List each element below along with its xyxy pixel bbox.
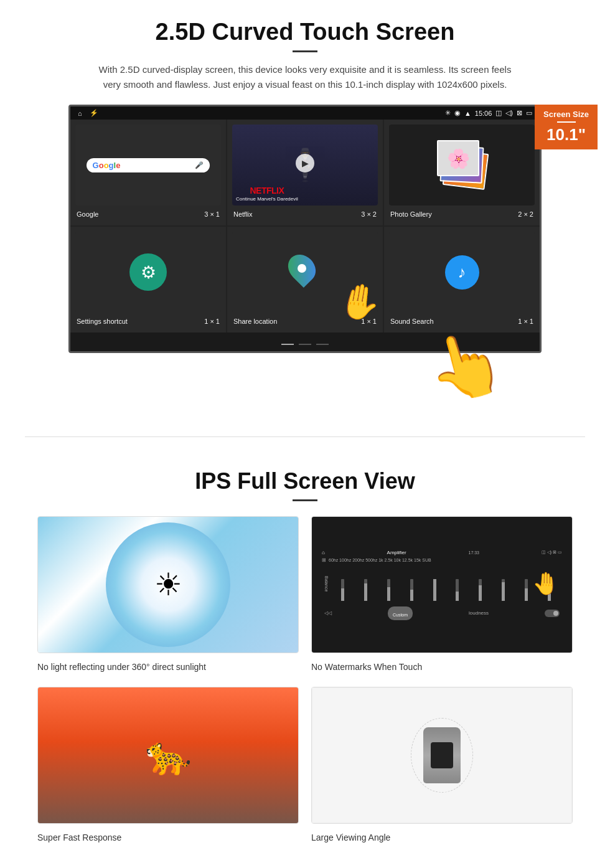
amp-bar9-track (525, 579, 528, 601)
app-cell-google[interactable]: Google 🎤 Google 3 × 1 (70, 120, 226, 225)
amp-bar8-track (502, 579, 505, 601)
google-logo: Google (93, 161, 121, 170)
status-left: ⌂ ⚡ (78, 109, 98, 117)
amp-bar5-fill (433, 579, 436, 601)
amp-bar3 (378, 579, 400, 601)
amp-hand-icon: 🤚 (532, 571, 560, 597)
page: 2.5D Curved Touch Screen With 2.5D curve… (0, 0, 610, 864)
amp-bar4-track (410, 579, 413, 601)
gmaps-pin (283, 249, 321, 288)
feature-img-angle (311, 687, 573, 824)
amp-icons: ◫ ◁) ⊠ ▭ (542, 550, 562, 555)
gallery-app-name: Photo Gallery (390, 210, 432, 218)
page-dots (70, 333, 540, 351)
badge-divider (557, 121, 576, 123)
section2-divider (293, 499, 317, 501)
google-label-row: Google 3 × 1 (75, 208, 221, 220)
sound-cell-content: ♪ (389, 232, 535, 313)
usb-icon: ⚡ (90, 109, 98, 117)
gmaps-dot (298, 264, 306, 273)
amp-balance-label: Balance (324, 576, 329, 592)
time-display: 15:06 (475, 110, 492, 117)
screen-size-badge: Screen Size 10.1" (535, 105, 598, 149)
car-body (423, 727, 461, 783)
status-right: ✳ ◉ ▲ 15:06 ◫ ◁) ⊠ ▭ (445, 109, 532, 117)
section2: IPS Full Screen View ☀ No light reflecti… (0, 456, 610, 864)
netflix-info: NETFLIX Continue Marvel's Daredevil (236, 186, 298, 202)
settings-label-row: Settings shortcut 1 × 1 (75, 315, 221, 328)
settings-icon-wrap: ⚙ (129, 253, 167, 291)
sound-icon-wrap: ♪ (445, 255, 479, 290)
section1-title: 2.5D Curved Touch Screen (37, 19, 573, 45)
feature-sunlight: ☀ No light reflecting under 360° direct … (37, 516, 299, 674)
section-divider (25, 436, 585, 437)
app-cell-netflix[interactable]: 🕴 ▶ NETFLIX Continue Marvel's Daredevil … (227, 120, 383, 225)
feature-label-speed: Super Fast Response (37, 830, 299, 845)
home-icon[interactable]: ⌂ (78, 110, 82, 117)
app-cell-sound[interactable]: ♪ Sound Search 1 × 1 (384, 227, 540, 333)
amp-title-text: Amplifier (387, 550, 406, 555)
google-mic-icon[interactable]: 🎤 (195, 161, 204, 169)
app-grid: Google 🎤 Google 3 × 1 (70, 120, 540, 333)
feature-img-speed: 🐆 (37, 687, 299, 824)
amp-home: ⌂ (322, 550, 325, 555)
netflix-play-button[interactable]: ▶ (296, 154, 314, 172)
feature-angle: Large Viewing Angle (311, 687, 573, 845)
bluetooth-icon: ✳ (445, 109, 451, 117)
amp-eq-bars: Balance (322, 565, 562, 603)
amp-bar7-track (479, 579, 482, 601)
feature-label-angle: Large Viewing Angle (311, 830, 573, 845)
sound-label-row: Sound Search 1 × 1 (389, 315, 535, 328)
location-icon: ◉ (454, 109, 461, 117)
app-cell-settings[interactable]: ⚙ Settings shortcut 1 × 1 (70, 227, 226, 333)
car-visual (312, 687, 572, 823)
dot1 (281, 344, 294, 345)
amp-toggle[interactable] (545, 610, 560, 617)
amp-controls: ⊞ 60hz 100hz 200hz 500hz 1k 2.5k 10k 12.… (322, 557, 562, 563)
gear-icon: ⚙ (141, 262, 156, 283)
section1-description: With 2.5D curved-display screen, this de… (93, 62, 517, 92)
amp-bar6-track (456, 579, 459, 601)
device-screen: ⌂ ⚡ ✳ ◉ ▲ 15:06 ◫ ◁) ⊠ ▭ (68, 105, 542, 353)
app-cell-gallery[interactable]: 🌸 Photo Gallery 2 × 2 (384, 120, 540, 225)
share-cell-content: 🤚 (232, 232, 378, 313)
amp-bar8-fill (502, 582, 505, 601)
google-app-name: Google (77, 210, 98, 218)
wifi-icon: ▲ (464, 110, 471, 117)
settings-app-grid: 1 × 1 (204, 318, 220, 325)
gallery-stack: 🌸 (437, 140, 487, 190)
amp-loudness-label: loudness (469, 610, 489, 616)
status-bar: ⌂ ⚡ ✳ ◉ ▲ 15:06 ◫ ◁) ⊠ ▭ (70, 106, 540, 120)
amp-bar1-fill (341, 588, 344, 601)
amp-bars-container (332, 567, 560, 601)
google-app-grid: 3 × 1 (204, 210, 220, 218)
netflix-logo: NETFLIX (236, 186, 298, 196)
settings-cell-content: ⚙ (75, 232, 221, 313)
gallery-app-grid: 2 × 2 (518, 210, 533, 218)
amp-bar3-fill (387, 587, 390, 601)
google-cell-content: Google 🎤 (75, 125, 221, 205)
features-grid: ☀ No light reflecting under 360° direct … (37, 516, 573, 845)
amp-custom-btn[interactable]: Custom (388, 606, 413, 620)
amp-bar6-fill (456, 592, 459, 601)
amp-bar3-track (387, 579, 390, 601)
window-icon: ▭ (526, 109, 532, 117)
amp-bar7 (470, 579, 491, 601)
amp-footer-bar: ◁◁ Custom loudness (322, 606, 562, 620)
app-cell-share[interactable]: 🤚 Share location 1 × 1 (227, 227, 383, 333)
settings-app-name: Settings shortcut (77, 318, 128, 325)
netflix-label-row: Netflix 3 × 2 (232, 208, 378, 220)
feature-img-sunlight: ☀ (37, 516, 299, 653)
google-search-bar[interactable]: Google 🎤 (87, 158, 210, 172)
touch-hand-icon: 🤚 (335, 278, 384, 326)
netflix-app-grid: 3 × 2 (361, 210, 377, 218)
sunlight-content: ☀ (106, 522, 230, 647)
netflix-app-name: Netflix (233, 210, 253, 218)
cheetah-visual: 🐆 (38, 687, 298, 823)
amp-bar6 (447, 579, 468, 601)
flower-icon: 🌸 (447, 148, 470, 169)
cheetah-icon: 🐆 (145, 734, 192, 778)
amp-bar4 (401, 579, 422, 601)
gmaps-icon-wrap (289, 253, 321, 291)
amp-bar5 (424, 579, 445, 601)
